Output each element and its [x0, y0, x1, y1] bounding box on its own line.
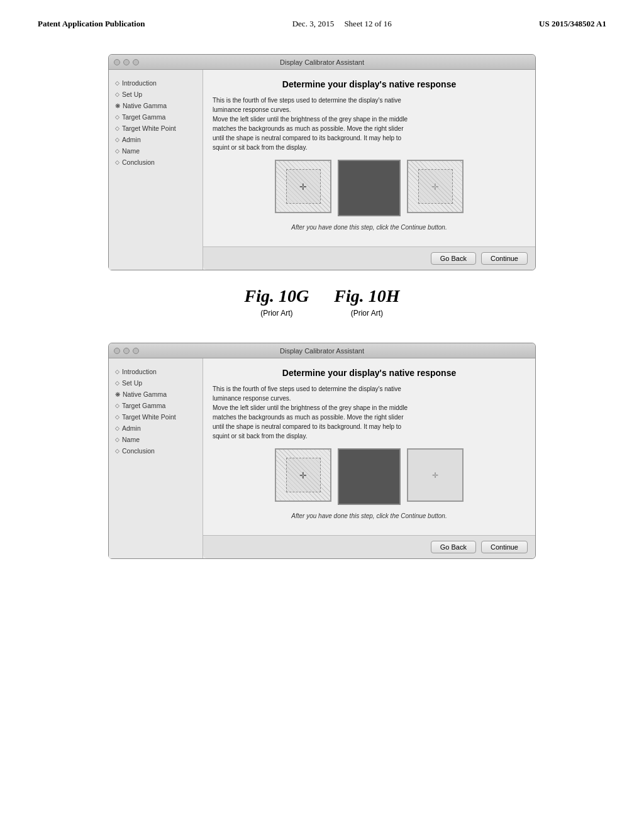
sidebar-icon-nativegamma-10h: ❋ [115, 391, 120, 398]
desc-line5-10h: until the shape is neutral compared to i… [213, 423, 401, 430]
continue-button-10h[interactable]: Continue [481, 541, 528, 553]
sidebar-label-whitepoint-10g: Target White Point [122, 124, 176, 132]
crosshair-right-10g: ✛ [431, 182, 439, 191]
desc-line4-10g: matches the backgrounds as much as possi… [213, 125, 404, 132]
sidebar-admin-10h[interactable]: ◇ Admin [115, 424, 196, 432]
panel-right-10g: ✛ [407, 160, 464, 213]
main-content-10g: Determine your display's native response… [203, 70, 535, 246]
sidebar-label-conclusion-10g: Conclusion [122, 158, 155, 166]
go-back-button-10g[interactable]: Go Back [431, 252, 476, 265]
traffic-lights-10g [114, 59, 139, 65]
window-title-10g: Display Calibrator Assistant [280, 58, 364, 66]
sidebar-conclusion-10g[interactable]: ◇ Conclusion [115, 158, 196, 166]
display-panels-10g: ✛ ✛ [213, 160, 526, 216]
sidebar-label-targetgamma-10g: Target Gamma [122, 113, 165, 121]
crosshair-left-10h: ✛ [299, 471, 307, 480]
titlebar-10h: Display Calibrator Assistant [109, 343, 535, 358]
zoom-button-10g[interactable] [133, 59, 139, 65]
header-center: Dec. 3, 2015 Sheet 12 of 16 [292, 19, 392, 29]
sidebar-icon-conclusion-10g: ◇ [115, 159, 119, 165]
panel-center-10h [338, 448, 401, 505]
sidebar-label-conclusion-10h: Conclusion [122, 447, 155, 455]
sidebar-icon-nativegamma-10g: ❋ [115, 102, 120, 109]
header-right: US 2015/348502 A1 [539, 19, 606, 29]
sidebar-label-targetgamma-10h: Target Gamma [122, 402, 165, 409]
sidebar-name-10h[interactable]: ◇ Name [115, 436, 196, 443]
footer-10h: Go Back Continue [203, 535, 535, 558]
window-title-10h: Display Calibrator Assistant [280, 347, 364, 355]
desc-line3-10g: Move the left slider until the brightnes… [213, 116, 408, 123]
desc-line1-10g: This is the fourth of five steps used to… [213, 97, 401, 104]
panel-inner-left-10g: ✛ [286, 169, 321, 204]
sidebar-introduction-10h[interactable]: ◇ Introduction [115, 368, 196, 375]
sidebar-icon-whitepoint-10h: ◇ [115, 414, 119, 420]
sidebar-setup-10g[interactable]: ◇ Set Up [115, 91, 196, 98]
header-date: Dec. 3, 2015 [292, 19, 334, 28]
sidebar-conclusion-10h[interactable]: ◇ Conclusion [115, 447, 196, 455]
sidebar-icon-admin-10h: ◇ [115, 425, 119, 431]
sidebar-label-setup-10h: Set Up [122, 379, 142, 387]
close-button-10h[interactable] [114, 348, 120, 354]
sidebar-icon-introduction-10g: ◇ [115, 80, 119, 86]
header-left: Patent Application Publication [38, 19, 145, 29]
sidebar-icon-setup-10h: ◇ [115, 380, 119, 386]
fig10h-label-col: Fig. 10H (Prior Art) [334, 277, 399, 324]
crosshair-left-10g: ✛ [299, 182, 307, 191]
desc-line6-10h: squint or sit back from the display. [213, 433, 307, 440]
fig10g-label: Fig. 10G [245, 286, 309, 306]
sidebar-name-10g[interactable]: ◇ Name [115, 147, 196, 155]
sidebar-10h: ◇ Introduction ◇ Set Up ❋ Native Gamma ◇… [109, 358, 203, 558]
sidebar-label-setup-10g: Set Up [122, 91, 142, 98]
sidebar-10g: ◇ Introduction ◇ Set Up ❋ Native Gamma ◇… [109, 70, 203, 270]
panel-left-10h: ✛ [275, 448, 331, 502]
description-10g: This is the fourth of five steps used to… [213, 96, 526, 152]
zoom-button-10h[interactable] [133, 348, 139, 354]
figure-10g-section: Display Calibrator Assistant ◇ Introduct… [38, 54, 606, 324]
sidebar-label-admin-10h: Admin [122, 424, 141, 432]
sidebar-label-whitepoint-10h: Target White Point [122, 413, 176, 421]
window-content-10h: ◇ Introduction ◇ Set Up ❋ Native Gamma ◇… [109, 358, 535, 558]
header-sheet: Sheet 12 of 16 [344, 19, 391, 28]
desc-line4-10h: matches the backgrounds as much as possi… [213, 414, 404, 421]
sidebar-icon-setup-10g: ◇ [115, 91, 119, 97]
titlebar-10g: Display Calibrator Assistant [109, 55, 535, 70]
sidebar-admin-10g[interactable]: ◇ Admin [115, 136, 196, 143]
sidebar-targetgamma-10g[interactable]: ◇ Target Gamma [115, 113, 196, 121]
sidebar-nativegamma-10g[interactable]: ❋ Native Gamma [115, 102, 196, 109]
sidebar-nativegamma-10h[interactable]: ❋ Native Gamma [115, 390, 196, 398]
desc-line2-10g: luminance response curves. [213, 106, 291, 113]
sidebar-whitepoint-10g[interactable]: ◇ Target White Point [115, 124, 196, 132]
sidebar-label-admin-10g: Admin [122, 136, 141, 143]
sidebar-label-nativegamma-10h: Native Gamma [123, 390, 167, 398]
desc-line2-10h: luminance response curves. [213, 395, 291, 402]
sidebar-targetgamma-10h[interactable]: ◇ Target Gamma [115, 402, 196, 409]
sidebar-label-introduction-10h: Introduction [122, 368, 157, 375]
minimize-button-10h[interactable] [123, 348, 130, 354]
sidebar-icon-targetgamma-10h: ◇ [115, 402, 119, 409]
fig10g-label-col: Fig. 10G (Prior Art) [245, 277, 309, 324]
sidebar-icon-targetgamma-10g: ◇ [115, 114, 119, 120]
minimize-button-10g[interactable] [123, 59, 130, 65]
close-button-10g[interactable] [114, 59, 120, 65]
after-text-10g: After you have done this step, click the… [213, 224, 526, 231]
figure-10h-section: Display Calibrator Assistant ◇ Introduct… [38, 343, 606, 559]
fig10h-label: Fig. 10H [334, 286, 399, 306]
traffic-lights-10h [114, 348, 139, 354]
go-back-button-10h[interactable]: Go Back [431, 541, 476, 553]
mac-window-10g: Display Calibrator Assistant ◇ Introduct… [108, 54, 536, 270]
sidebar-whitepoint-10h[interactable]: ◇ Target White Point [115, 413, 196, 421]
panel-right-10h: ✛ [407, 448, 464, 502]
sidebar-label-introduction-10g: Introduction [122, 79, 157, 87]
desc-line5-10g: until the shape is neutral compared to i… [213, 135, 401, 141]
main-title-10g: Determine your display's native response [213, 79, 526, 89]
sidebar-setup-10h[interactable]: ◇ Set Up [115, 379, 196, 387]
sidebar-label-nativegamma-10g: Native Gamma [123, 102, 167, 109]
desc-line1-10h: This is the fourth of five steps used to… [213, 385, 401, 392]
sidebar-icon-whitepoint-10g: ◇ [115, 125, 119, 131]
continue-button-10g[interactable]: Continue [481, 252, 528, 265]
sidebar-icon-conclusion-10h: ◇ [115, 448, 119, 454]
window-content-10g: ◇ Introduction ◇ Set Up ❋ Native Gamma ◇… [109, 70, 535, 270]
patent-header: Patent Application Publication Dec. 3, 2… [38, 19, 606, 29]
sidebar-introduction-10g[interactable]: ◇ Introduction [115, 79, 196, 87]
mac-window-10h: Display Calibrator Assistant ◇ Introduct… [108, 343, 536, 559]
